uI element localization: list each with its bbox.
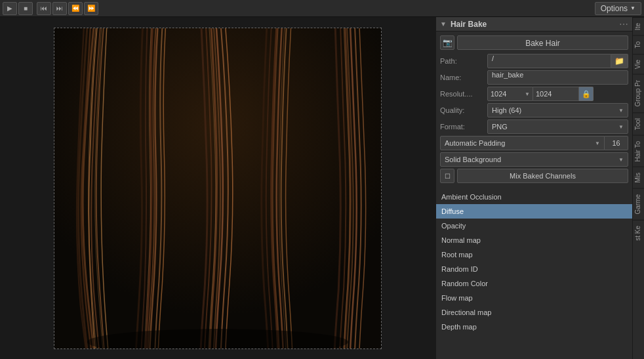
quality-row: Quality: High (64) ▼ xyxy=(440,103,628,117)
side-tab-6[interactable]: Mis xyxy=(633,167,644,188)
resolution-label: Resolut.... xyxy=(440,90,487,98)
step-back-button[interactable]: ⏪ xyxy=(68,2,83,15)
quality-label: Quality: xyxy=(440,106,487,114)
padding-dropdown-arrow-icon: ▼ xyxy=(595,140,600,146)
format-dropdown-arrow-icon: ▼ xyxy=(618,124,624,130)
name-label: Name: xyxy=(440,74,487,81)
bake-button[interactable]: Bake Hair xyxy=(457,35,628,50)
channel-item[interactable]: Random Color xyxy=(436,276,632,291)
channel-item[interactable]: Flow map xyxy=(436,291,632,305)
quality-dropdown-arrow-icon: ▼ xyxy=(618,108,624,114)
side-tab-5[interactable]: Hair To xyxy=(633,135,644,167)
padding-input-group: Automatic Padding ▼ 16 xyxy=(440,136,628,150)
quality-dropdown[interactable]: High (64) ▼ xyxy=(487,103,628,117)
res-width-arrow-icon: ▼ xyxy=(525,91,530,97)
padding-dropdown[interactable]: Automatic Padding ▼ xyxy=(440,136,605,150)
path-input-group: / 📁 xyxy=(487,54,628,68)
channel-item[interactable]: Diffuse xyxy=(436,204,632,219)
options-label: Options xyxy=(601,4,628,13)
resolution-row: Resolut.... 1024 ▼ 1024 🔒 xyxy=(440,87,628,101)
background-row: Solid Background ▼ xyxy=(440,152,628,167)
background-label: Solid Background xyxy=(445,156,501,163)
path-browse-button[interactable]: 📁 xyxy=(611,54,628,68)
side-tab-1[interactable]: To xyxy=(633,35,644,54)
canvas-area xyxy=(0,17,435,359)
panel-title: Hair Bake xyxy=(451,20,619,29)
collapse-icon[interactable]: ▼ xyxy=(440,20,447,28)
stop-button[interactable]: ■ xyxy=(18,2,33,15)
canvas-frame xyxy=(54,28,382,349)
resolution-height-input[interactable]: 1024 xyxy=(533,87,579,101)
channel-item[interactable]: Opacity xyxy=(436,219,632,233)
resolution-width-input[interactable]: 1024 ▼ xyxy=(487,87,533,101)
name-row: Name: hair_bake xyxy=(440,70,628,85)
hair-preview xyxy=(54,28,381,348)
mix-baked-checkbox[interactable]: ☐ xyxy=(440,169,454,183)
channel-item[interactable]: Root map xyxy=(436,247,632,262)
quality-value: High (64) xyxy=(492,106,521,114)
forward-button[interactable]: ⏭ xyxy=(52,2,67,15)
rewind-button[interactable]: ⏮ xyxy=(37,2,51,15)
background-dropdown-arrow-icon: ▼ xyxy=(618,157,624,163)
path-row: Path: / 📁 xyxy=(440,54,628,68)
right-panel: ▼ Hair Bake ⋯ 📷 Bake Hair Path: / 📁 Name… xyxy=(435,17,632,359)
channel-item[interactable]: Random ID xyxy=(436,262,632,276)
panel-header: ▼ Hair Bake ⋯ xyxy=(436,17,632,32)
panel-body: 📷 Bake Hair Path: / 📁 Name: hair_bake Re… xyxy=(436,32,632,190)
path-input[interactable]: / xyxy=(487,54,611,68)
bake-button-row: 📷 Bake Hair xyxy=(440,35,628,50)
side-tabs: IteToVieGroup PrToolHair ToMisGarmest Ke xyxy=(632,17,644,359)
padding-row: Automatic Padding ▼ 16 xyxy=(440,136,628,150)
side-tab-3[interactable]: Group Pr xyxy=(633,74,644,112)
padding-label: Automatic Padding xyxy=(445,139,505,147)
format-row: Format: PNG ▼ xyxy=(440,119,628,134)
mix-baked-row: ☐ Mix Baked Channels xyxy=(440,169,628,183)
format-label: Format: xyxy=(440,123,487,131)
resolution-lock-button[interactable]: 🔒 xyxy=(579,87,594,101)
options-button[interactable]: Options ▼ xyxy=(595,2,641,15)
channel-item[interactable]: Depth map xyxy=(436,320,632,334)
channel-item[interactable]: Directional map xyxy=(436,305,632,320)
padding-number-input[interactable]: 16 xyxy=(605,136,628,150)
side-tab-0[interactable]: Ite xyxy=(633,17,644,35)
step-forward-button[interactable]: ⏩ xyxy=(84,2,98,15)
side-tab-7[interactable]: Garme xyxy=(633,188,644,220)
channel-list: Ambient OcclusionDiffuseOpacityNormal ma… xyxy=(436,190,632,359)
side-tab-4[interactable]: Tool xyxy=(633,112,644,135)
channel-item[interactable]: Normal map xyxy=(436,233,632,247)
format-value: PNG xyxy=(492,123,508,131)
side-tab-2[interactable]: Vie xyxy=(633,54,644,74)
channel-item[interactable]: Ambient Occlusion xyxy=(436,190,632,204)
options-arrow-icon: ▼ xyxy=(630,5,635,11)
background-dropdown[interactable]: Solid Background ▼ xyxy=(440,152,628,167)
camera-icon[interactable]: 📷 xyxy=(440,35,454,50)
side-tab-8[interactable]: st Ke xyxy=(633,220,644,246)
mix-baked-label: Mix Baked Channels xyxy=(457,169,628,183)
format-dropdown[interactable]: PNG ▼ xyxy=(487,119,628,134)
top-toolbar: ▶ ■ ⏮ ⏭ ⏪ ⏩ Options ▼ xyxy=(0,0,644,17)
main-content: ▼ Hair Bake ⋯ 📷 Bake Hair Path: / 📁 Name… xyxy=(0,17,644,359)
panel-menu-icon[interactable]: ⋯ xyxy=(619,19,628,30)
path-label: Path: xyxy=(440,57,487,65)
play-button[interactable]: ▶ xyxy=(3,2,17,15)
name-input[interactable]: hair_bake xyxy=(487,70,628,85)
